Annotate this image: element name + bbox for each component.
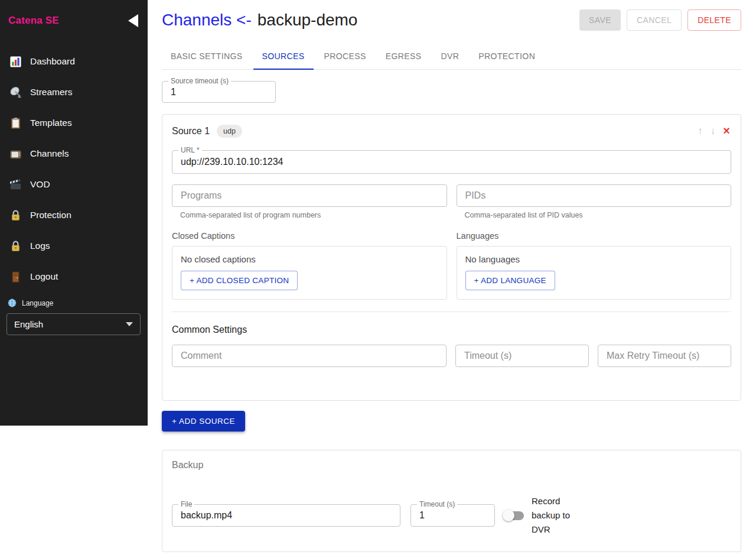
- sidebar-item-dashboard[interactable]: Dashboard: [0, 46, 148, 77]
- languages-col: Languages No languages + ADD LANGUAGE: [457, 219, 732, 300]
- url-input[interactable]: [172, 151, 731, 173]
- main-content: Channels <-backup-demo SAVE CANCEL DELET…: [148, 9, 756, 552]
- satellite-icon: [8, 85, 22, 99]
- backup-title: Backup: [172, 460, 731, 471]
- tab-sources[interactable]: SOURCES: [253, 44, 314, 70]
- bar-chart-icon: [8, 54, 22, 69]
- language-label: Language: [22, 299, 53, 307]
- channel-name: backup-demo: [258, 11, 358, 29]
- move-up-icon[interactable]: ↑: [696, 125, 704, 137]
- tab-egress[interactable]: EGRESS: [377, 44, 431, 69]
- tab-basic-settings[interactable]: BASIC SETTINGS: [162, 44, 252, 69]
- backup-fields-row: File Timeout (s) Record backup to DVR: [172, 494, 731, 537]
- lock-icon: [8, 239, 22, 253]
- add-source-button[interactable]: + ADD SOURCE: [162, 411, 245, 432]
- closed-captions-label: Closed Captions: [172, 231, 447, 241]
- language-selected-value: English: [14, 319, 43, 329]
- language-label-row: Language: [0, 298, 148, 308]
- save-button[interactable]: SAVE: [579, 9, 621, 31]
- sidebar-item-templates[interactable]: Templates: [0, 108, 148, 138]
- delete-button[interactable]: DELETE: [687, 9, 741, 31]
- max-retry-timeout-input[interactable]: [598, 345, 731, 366]
- pids-col: Comma-separated list of PID values: [457, 184, 732, 219]
- sidebar-item-logs[interactable]: Logs: [0, 231, 148, 261]
- programs-pids-row: Comma-separated list of program numbers …: [172, 184, 731, 219]
- common-settings-row: [172, 345, 731, 367]
- sidebar-item-label: Channels: [30, 148, 69, 159]
- breadcrumb-channels-link[interactable]: Channels <-: [162, 11, 252, 29]
- common-settings-title: Common Settings: [172, 325, 731, 335]
- add-closed-caption-button[interactable]: + ADD CLOSED CAPTION: [181, 271, 298, 290]
- common-timeout-input[interactable]: [456, 345, 588, 366]
- app-logo: Catena SE: [8, 15, 59, 27]
- url-field: URL *: [172, 150, 731, 174]
- source-card-header: Source 1 udp ↑ ↓ ×: [172, 124, 731, 138]
- record-backup-toggle[interactable]: [504, 511, 524, 520]
- sidebar-header: Catena SE: [0, 0, 148, 27]
- title-row: Channels <-backup-demo SAVE CANCEL DELET…: [162, 9, 741, 31]
- sidebar-item-label: Templates: [30, 118, 72, 128]
- backup-file-label: File: [178, 501, 194, 508]
- tab-protection[interactable]: PROTECTION: [470, 44, 544, 69]
- programs-input[interactable]: [172, 185, 447, 206]
- sidebar-item-label: Protection: [30, 210, 71, 220]
- source-card: Source 1 udp ↑ ↓ × URL * Comma-separated…: [162, 114, 741, 401]
- sidebar: Catena SE Dashboard Streamers Templates: [0, 0, 148, 426]
- max-retry-timeout-field: [598, 345, 731, 367]
- url-label: URL *: [178, 147, 202, 154]
- tv-icon: [8, 147, 22, 161]
- languages-label: Languages: [457, 231, 732, 241]
- backup-card: Backup File Timeout (s) Record backup to…: [162, 450, 741, 552]
- backup-file-field: File: [172, 504, 400, 527]
- pids-input[interactable]: [457, 185, 731, 206]
- clipboard-icon: [8, 116, 22, 130]
- comment-input[interactable]: [172, 345, 446, 366]
- source-card-title: Source 1: [172, 126, 210, 137]
- closed-captions-panel: No closed captions + ADD CLOSED CAPTION: [172, 246, 447, 300]
- cancel-button[interactable]: CANCEL: [627, 9, 682, 31]
- programs-field: [172, 184, 447, 207]
- sidebar-item-label: VOD: [30, 179, 50, 190]
- lock-icon: [8, 208, 22, 222]
- programs-col: Comma-separated list of program numbers: [172, 184, 447, 219]
- captions-languages-row: Closed Captions No closed captions + ADD…: [172, 219, 731, 300]
- chevron-down-icon: [126, 322, 133, 326]
- page-title: Channels <-backup-demo: [162, 11, 357, 30]
- pids-helper-text: Comma-separated list of PID values: [465, 211, 732, 219]
- sidebar-item-protection[interactable]: Protection: [0, 200, 148, 231]
- backup-timeout-field: Timeout (s): [410, 504, 495, 527]
- language-select[interactable]: English: [6, 313, 141, 335]
- record-backup-label: Record backup to DVR: [532, 494, 579, 537]
- backup-timeout-label: Timeout (s): [417, 501, 457, 508]
- sidebar-item-streamers[interactable]: Streamers: [0, 77, 148, 108]
- clapperboard-icon: [8, 177, 22, 192]
- toggle-thumb: [503, 510, 514, 521]
- source-timeout-field: Source timeout (s): [162, 81, 276, 103]
- sidebar-item-label: Logout: [30, 271, 58, 282]
- common-timeout-field: [455, 345, 589, 367]
- globe-icon: [7, 298, 17, 308]
- sidebar-item-channels[interactable]: Channels: [0, 138, 148, 169]
- sidebar-nav: Dashboard Streamers Templates Channels V…: [0, 46, 148, 292]
- pids-field: [457, 184, 732, 207]
- backup-file-input[interactable]: [172, 505, 400, 526]
- source-timeout-label: Source timeout (s): [168, 77, 231, 85]
- collapse-left-icon[interactable]: [128, 14, 138, 27]
- sidebar-item-label: Dashboard: [30, 56, 75, 67]
- source-card-actions: ↑ ↓ ×: [696, 124, 731, 138]
- languages-empty-text: No languages: [465, 254, 723, 264]
- sidebar-item-logout[interactable]: Logout: [0, 261, 148, 292]
- closed-captions-empty-text: No closed captions: [181, 254, 438, 264]
- channel-tabs: BASIC SETTINGS SOURCES PROCESS EGRESS DV…: [162, 44, 741, 70]
- remove-source-icon[interactable]: ×: [722, 124, 731, 138]
- title-actions: SAVE CANCEL DELETE: [579, 9, 741, 31]
- sidebar-item-label: Logs: [30, 241, 50, 251]
- sidebar-item-vod[interactable]: VOD: [0, 169, 148, 200]
- tab-process[interactable]: PROCESS: [315, 44, 375, 69]
- card-divider: [172, 312, 731, 312]
- add-language-button[interactable]: + ADD LANGUAGE: [465, 271, 555, 290]
- move-down-icon[interactable]: ↓: [709, 125, 717, 137]
- protocol-badge: udp: [217, 125, 242, 138]
- languages-panel: No languages + ADD LANGUAGE: [457, 246, 732, 300]
- tab-dvr[interactable]: DVR: [432, 44, 468, 69]
